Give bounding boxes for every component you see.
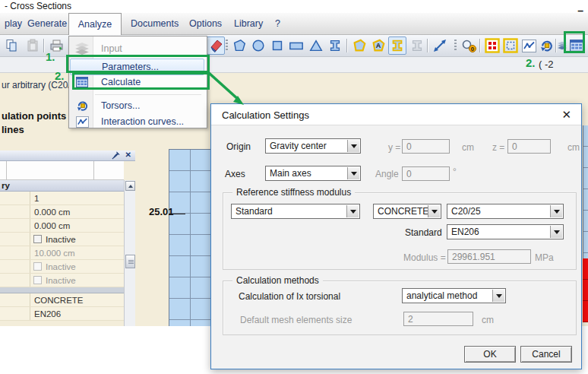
y-input[interactable]: 0 xyxy=(402,139,450,154)
property-row[interactable]: 0.000 cm xyxy=(0,219,124,233)
dropdown-arrow-icon[interactable] xyxy=(347,167,359,179)
toolbar-separator xyxy=(479,39,480,52)
z-unit: cm xyxy=(567,142,580,153)
analyze-menu: Input Parameters... Calculate Torsors...… xyxy=(68,36,207,128)
torsors-icon xyxy=(70,100,94,113)
standard-select[interactable]: EN206 xyxy=(447,224,564,239)
copy-icon[interactable] xyxy=(3,36,21,55)
menu-documents[interactable]: Documents xyxy=(126,13,183,34)
property-category-band xyxy=(0,287,124,293)
checkbox[interactable] xyxy=(33,235,42,243)
dimension-label: 25.01 xyxy=(149,206,174,217)
dialog-close-icon[interactable]: ✕ xyxy=(561,108,571,122)
menu-separator xyxy=(95,94,201,95)
annotation-step-2: 2. xyxy=(55,69,65,82)
menu-generate[interactable]: Generate xyxy=(23,13,71,34)
property-row[interactable]: 1 xyxy=(0,192,124,205)
rectangle-section-icon[interactable] xyxy=(287,36,305,55)
ibeam-disabled-icon xyxy=(408,36,426,55)
eraser-icon[interactable] xyxy=(207,36,225,55)
dropdown-arrow-icon[interactable] xyxy=(347,140,359,152)
origin-label: Origin xyxy=(226,141,251,152)
triangle-section-icon[interactable] xyxy=(307,36,325,55)
panel-section-header[interactable]: ry xyxy=(0,180,124,192)
dropdown-arrow-icon[interactable] xyxy=(492,290,504,302)
legend-lines: lines xyxy=(2,124,24,135)
menu-analyze[interactable]: Analyze xyxy=(68,13,122,35)
input-layers-icon[interactable] xyxy=(558,36,567,55)
toolbar-separator xyxy=(555,39,556,52)
polygon-section-icon[interactable] xyxy=(230,36,248,55)
z-input[interactable]: 0 xyxy=(507,139,551,154)
stiffness-group-label: Reference stiffness modulus xyxy=(232,187,355,198)
calculate-icon xyxy=(70,77,94,87)
toolbar-separator xyxy=(43,39,44,52)
stress-region-right xyxy=(583,258,588,322)
menu-library[interactable]: Library xyxy=(229,13,267,34)
property-row[interactable]: EN206 xyxy=(0,307,124,321)
dropdown-arrow-icon[interactable] xyxy=(550,226,562,238)
dropdown-arrow-icon[interactable] xyxy=(428,205,440,217)
pin-icon[interactable] xyxy=(112,151,120,161)
checkbox xyxy=(33,276,42,284)
toolbar-separator xyxy=(427,39,428,52)
dropdown-arrow-icon[interactable] xyxy=(550,205,562,217)
mesh-size-input[interactable]: 2 xyxy=(403,312,473,326)
circle-section-icon[interactable] xyxy=(249,36,267,55)
menu-item-calculate[interactable]: Calculate xyxy=(70,74,206,90)
modulus-input[interactable]: 29961.951 xyxy=(447,249,531,264)
property-row[interactable]: 0.000 cm xyxy=(0,205,124,219)
panel-close-icon[interactable]: ✕ xyxy=(125,151,131,159)
interaction-curves-icon[interactable] xyxy=(520,36,538,55)
zoom-initial-icon[interactable]: 0 xyxy=(459,36,477,55)
ix-method-select[interactable]: analytical method xyxy=(402,288,506,303)
property-row[interactable]: Inactive xyxy=(0,233,124,246)
property-row[interactable]: CONCRETE xyxy=(0,293,124,307)
measure-icon[interactable] xyxy=(431,36,449,55)
menu-item-input: Input xyxy=(70,40,206,57)
cancel-button[interactable]: Cancel xyxy=(520,346,572,363)
angle-input[interactable]: 0 xyxy=(402,166,450,181)
menu-item-interaction-curves[interactable]: Interaction curves... xyxy=(70,113,206,130)
properties-panel: ✕ ry 1 0.000 cm 0.000 cm Inactive 10.000… xyxy=(0,151,135,326)
mesh-size-unit: cm xyxy=(482,315,494,325)
coordinates-text: ( -2 xyxy=(539,59,554,70)
selection-box-icon[interactable] xyxy=(501,36,520,55)
ix-torsional-label: Calculation of Ix torsional xyxy=(239,291,340,302)
cross-section-region xyxy=(169,149,213,326)
toolbar-handle[interactable] xyxy=(454,40,457,52)
property-row[interactable]: Inactive xyxy=(0,274,124,287)
scroll-up-icon[interactable] xyxy=(125,181,135,191)
polygon-a-template-icon[interactable]: A xyxy=(369,36,387,55)
menu-item-parameters[interactable]: Parameters... xyxy=(70,59,204,75)
toolbar-handle[interactable] xyxy=(226,40,228,52)
methods-group-label: Calculation methods xyxy=(232,275,323,286)
stiffness-mode-select[interactable]: Standard xyxy=(231,204,360,219)
menu-options[interactable]: Options xyxy=(185,13,226,34)
menu-help[interactable]: ? xyxy=(270,13,285,34)
property-row[interactable]: Inactive xyxy=(0,260,124,274)
calculate-toolbar-icon[interactable] xyxy=(567,36,586,55)
menu-item-torsors[interactable]: Torsors... xyxy=(70,97,206,114)
panel-scrollbar[interactable] xyxy=(124,180,135,326)
dialog-title-bar: Calculation Settings ✕ xyxy=(211,104,581,125)
property-row[interactable]: 10.000 cm xyxy=(0,246,124,260)
dropdown-arrow-icon[interactable] xyxy=(346,205,359,217)
layers-icon xyxy=(70,43,94,55)
ok-button[interactable]: OK xyxy=(464,346,516,363)
scroll-thumb[interactable] xyxy=(125,255,135,268)
ibeam-section-icon[interactable] xyxy=(326,36,344,55)
angle-label: Angle xyxy=(375,169,399,179)
z-label: z = xyxy=(492,142,504,153)
methods-group: Calculation methods xyxy=(223,280,577,335)
material-select[interactable]: CONCRETE xyxy=(373,204,441,219)
polygon-template-icon[interactable] xyxy=(350,36,368,55)
axes-select[interactable]: Main axes xyxy=(265,166,361,181)
grade-select[interactable]: C20/25 xyxy=(447,204,564,219)
ibeam-template-icon[interactable] xyxy=(388,36,406,55)
calculation-points-icon[interactable] xyxy=(483,36,501,55)
paste-icon xyxy=(24,36,42,55)
torsors-icon[interactable] xyxy=(537,36,555,55)
origin-select[interactable]: Gravity center xyxy=(265,138,361,154)
square-section-icon[interactable] xyxy=(268,36,286,55)
